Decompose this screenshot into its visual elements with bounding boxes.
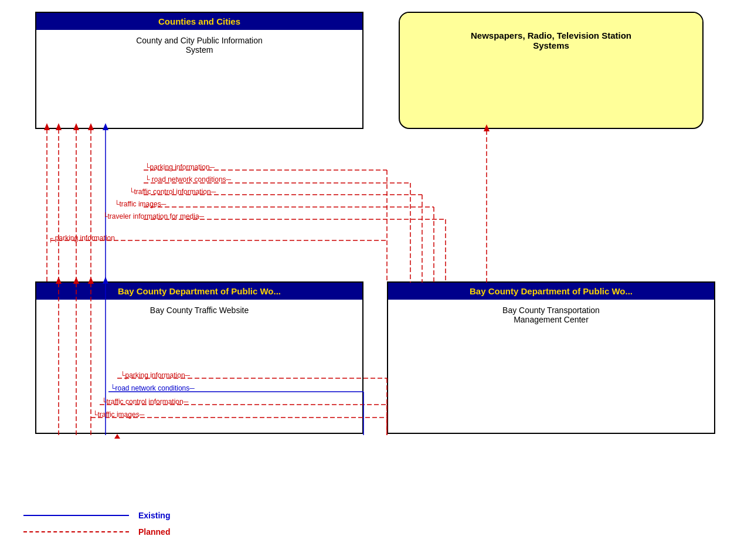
counties-body: County and City Public InformationSystem (36, 30, 362, 60)
legend-planned-label: Planned (138, 527, 170, 537)
tmc-header: Bay County Department of Public Wo... (388, 283, 714, 300)
box-newspapers: Newspapers, Radio, Television StationSys… (399, 12, 704, 129)
legend-existing-label: Existing (138, 511, 170, 520)
legend-planned: Planned (23, 527, 170, 537)
legend-existing: Existing (23, 511, 170, 520)
traffic-body: Bay County Traffic Website (36, 300, 362, 321)
box-traffic: Bay County Department of Public Wo... Ba… (35, 281, 363, 434)
legend-existing-line (23, 515, 129, 516)
label-parking-left: ┌ parking information (48, 234, 115, 242)
label-traffic-images-lower: └traffic images─ (93, 410, 144, 419)
legend: Existing Planned (23, 511, 170, 537)
svg-marker-24 (114, 434, 120, 439)
box-tmc: Bay County Department of Public Wo... Ba… (387, 281, 715, 434)
newspapers-header: Newspapers, Radio, Television StationSys… (400, 13, 702, 50)
label-parking-lower: └parking information─ (120, 371, 190, 379)
box-counties: Counties and Cities County and City Publ… (35, 12, 363, 129)
tmc-body: Bay County TransportationManagement Cent… (388, 300, 714, 330)
label-traffic-control-lower: └traffic control information─ (101, 398, 188, 406)
label-road-upper: └ road network conditions─ (145, 175, 231, 184)
diagram-container: Counties and Cities County and City Publ… (0, 0, 734, 560)
counties-header: Counties and Cities (36, 13, 362, 30)
traffic-header: Bay County Department of Public Wo... (36, 283, 362, 300)
label-traveler-upper: └traveler information for media─ (103, 212, 204, 220)
label-parking-upper: └parking information─ (145, 163, 215, 171)
label-traffic-control-upper: └traffic control information─ (129, 188, 216, 196)
legend-planned-line (23, 531, 129, 532)
label-road-lower: └road network conditions─ (110, 384, 195, 392)
label-traffic-images-upper: └traffic images─ (114, 200, 166, 208)
